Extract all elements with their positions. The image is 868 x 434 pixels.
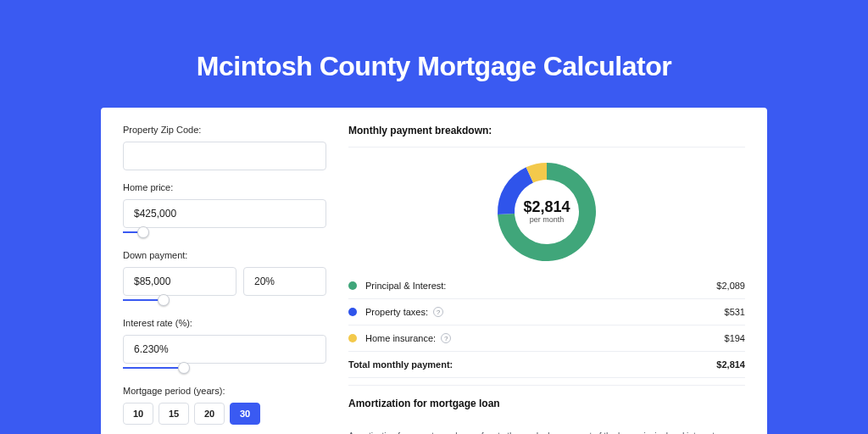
mortgage-period-group: 10152030 (123, 403, 326, 425)
legend-value: $531 (725, 307, 745, 317)
legend-total-label: Total monthly payment: (348, 359, 716, 370)
legend-dot-icon (348, 281, 357, 290)
zip-input[interactable] (123, 142, 326, 170)
legend-total-value: $2,814 (716, 359, 745, 370)
period-option-30[interactable]: 30 (230, 403, 260, 425)
down-payment-label: Down payment: (123, 250, 326, 260)
calculator-card: Property Zip Code: Home price: Down paym… (101, 108, 767, 434)
donut-center-amount: $2,814 (523, 198, 570, 215)
info-icon[interactable]: ? (433, 307, 443, 317)
period-option-20[interactable]: 20 (194, 403, 225, 425)
page-title: Mcintosh County Mortgage Calculator (0, 0, 868, 108)
interest-rate-slider[interactable] (123, 362, 326, 374)
interest-rate-input[interactable] (123, 335, 326, 364)
donut-chart: $2,814 per month (348, 147, 745, 273)
home-price-slider[interactable] (123, 226, 326, 238)
legend-dot-icon (348, 334, 357, 342)
info-icon[interactable]: ? (441, 333, 451, 343)
legend-value: $2,089 (716, 281, 745, 291)
period-option-10[interactable]: 10 (123, 403, 153, 425)
down-payment-input[interactable] (123, 267, 236, 296)
donut-center-sub: per month (530, 215, 565, 224)
legend-row-1: Property taxes:?$531 (348, 299, 745, 326)
legend-label: Property taxes:? (365, 307, 725, 317)
legend-value: $194 (725, 333, 745, 343)
down-payment-slider[interactable] (123, 294, 326, 306)
legend-label: Principal & Interest: (365, 281, 716, 291)
home-price-input[interactable] (123, 199, 326, 228)
amortization-body: Amortization for a mortgage loan refers … (348, 420, 745, 434)
legend-total-row: Total monthly payment: $2,814 (348, 351, 745, 378)
period-option-15[interactable]: 15 (159, 403, 189, 425)
legend-dot-icon (348, 308, 357, 316)
legend-label: Home insurance:? (365, 333, 725, 343)
mortgage-period-label: Mortgage period (years): (123, 386, 326, 396)
breakdown-title: Monthly payment breakdown: (348, 125, 745, 147)
breakdown-column: Monthly payment breakdown: $2,814 per mo… (348, 125, 745, 434)
legend-row-0: Principal & Interest:$2,089 (348, 273, 745, 299)
legend-row-2: Home insurance:?$194 (348, 326, 745, 351)
form-column: Property Zip Code: Home price: Down paym… (123, 125, 326, 434)
down-payment-pct-input[interactable] (243, 267, 326, 296)
zip-label: Property Zip Code: (123, 125, 326, 135)
legend: Principal & Interest:$2,089Property taxe… (348, 273, 745, 351)
home-price-label: Home price: (123, 182, 326, 192)
interest-rate-label: Interest rate (%): (123, 318, 326, 328)
amortization-title: Amortization for mortgage loan (348, 385, 745, 420)
